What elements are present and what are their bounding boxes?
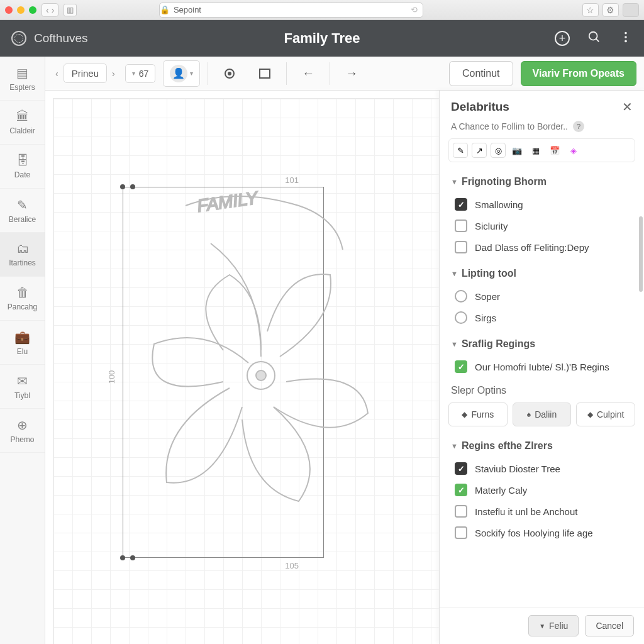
rail-item-espters[interactable]: ▤Espters [0, 57, 45, 101]
section-title: Lipting tool [462, 268, 516, 279]
pencil-tool-icon[interactable]: ✎ [453, 143, 468, 158]
resize-handle[interactable] [120, 555, 125, 560]
app-logo-icon[interactable] [11, 31, 26, 46]
seg-culpint[interactable]: ◆Culpint [576, 402, 635, 426]
rail-label: Elu [17, 347, 28, 356]
svg-line-1 [596, 38, 599, 42]
info-icon[interactable]: ? [573, 121, 584, 132]
checkbox-siclurity[interactable] [455, 219, 467, 232]
breadcrumb-prev[interactable]: ‹ [53, 69, 61, 79]
rail-item-pancahg[interactable]: 🗑Pancahg [0, 277, 45, 321]
traffic-lights [5, 6, 36, 14]
section-toggle-regins[interactable]: ▼Regins efthe Zlrers [451, 440, 633, 452]
checkbox-homofri[interactable] [455, 360, 467, 373]
user-menu[interactable]: 👤▾ [163, 60, 200, 87]
tabs-icon[interactable] [623, 3, 639, 17]
next-arrow[interactable]: → [338, 61, 365, 86]
panel-subtitle: A Chance to Follim to Border.. [451, 121, 568, 131]
checkbox-staviub[interactable] [455, 462, 467, 475]
record-button[interactable] [216, 61, 243, 86]
camera-tool-icon[interactable]: 📷 [509, 143, 525, 158]
person-icon: 👤 [170, 65, 187, 82]
close-icon[interactable]: ✕ [622, 99, 633, 114]
option-label: Sockify fos Hoolying life age [475, 528, 593, 538]
svg-text:FAMILY: FAMILY [196, 187, 260, 215]
divider [208, 62, 208, 85]
layers-icon: 🗂 [16, 242, 29, 256]
segment-control: ◆Furns ♠Daliin ◆Culpint [440, 402, 644, 435]
rail-item-claldeir[interactable]: 🏛Claldeir [0, 101, 45, 145]
option-label: Insteflu it unl be Anchout [475, 506, 577, 517]
reload-icon[interactable]: ⟲ [411, 5, 418, 14]
breadcrumb-select[interactable]: Prineu [64, 64, 107, 83]
prev-arrow[interactable]: ← [294, 61, 322, 86]
pen-icon: ✎ [17, 197, 28, 213]
cancel-button[interactable]: Cancel [585, 615, 634, 636]
stack-tool-icon[interactable]: ▦ [528, 143, 543, 158]
rail-label: Espters [9, 83, 35, 92]
svg-point-2 [625, 31, 627, 34]
diamond-icon: ◆ [587, 410, 593, 419]
rail-label: Date [14, 170, 30, 179]
arrow-tool-icon[interactable]: ↗ [472, 143, 487, 158]
option-label: Materly Caly [475, 485, 527, 496]
primary-action-button[interactable]: Viariv From Opeats [521, 61, 636, 86]
rail-item-itartines[interactable]: 🗂Itartines [0, 233, 45, 277]
resize-handle[interactable] [120, 184, 125, 189]
artboard-selection[interactable]: 101 100 105 FAMILY [123, 187, 324, 558]
checkbox-smallowing[interactable] [455, 198, 467, 211]
settings-icon[interactable]: ⚙ [602, 3, 619, 17]
window-zoom[interactable] [29, 6, 36, 14]
tool-palette: ✎ ↗ ◎ 📷 ▦ 📅 ◈ [448, 138, 635, 162]
search-icon[interactable] [587, 30, 601, 47]
svg-point-7 [256, 370, 266, 380]
calendar-tool-icon[interactable]: 📅 [547, 143, 562, 158]
rail-item-elu[interactable]: 💼Elu [0, 321, 45, 365]
checkbox-sockify[interactable] [455, 526, 467, 539]
rail-item-phemo[interactable]: ⊕Phemo [0, 409, 45, 453]
divider [330, 62, 330, 85]
trash-icon: 🗑 [16, 286, 29, 300]
properties-panel: Delabritus ✕ A Chance to Follim to Borde… [439, 91, 644, 644]
seg-daliin[interactable]: ♠Daliin [513, 402, 572, 426]
address-bar[interactable]: 🔒 Sepoint ⟲ [159, 3, 423, 18]
number-field[interactable]: ▾67 [125, 64, 156, 83]
checkbox-materly[interactable] [455, 484, 467, 496]
artwork-flower: FAMILY [148, 180, 374, 570]
caret-down-icon: ▼ [451, 178, 458, 186]
target-tool-icon[interactable]: ◎ [491, 143, 506, 158]
rail-label: Pancahg [8, 303, 37, 311]
add-button[interactable]: + [555, 31, 570, 46]
section-toggle-lipting[interactable]: ▼Lipting tool [451, 268, 633, 279]
svg-point-3 [625, 36, 627, 38]
apply-dropdown[interactable]: ▼Feliu [528, 615, 579, 636]
window-minimize[interactable] [17, 6, 25, 14]
rail-item-tiybl[interactable]: ✉Tiybl [0, 365, 45, 409]
rail-item-date[interactable]: 🗄Date [0, 145, 45, 189]
tag-tool-icon[interactable]: ◈ [566, 143, 581, 158]
diamond-icon: ◆ [462, 410, 467, 419]
section-title: Regins efthe Zlrers [462, 440, 553, 452]
section-toggle-frignoting[interactable]: ▼Frignoting Bhorm [451, 176, 633, 187]
breadcrumb-next[interactable]: › [109, 69, 118, 79]
sidebar-toggle[interactable]: ▥ [64, 4, 77, 16]
svg-point-0 [589, 31, 597, 40]
resize-handle[interactable] [130, 555, 135, 560]
nav-back-forward[interactable]: ‹ › [42, 3, 58, 17]
seg-furns[interactable]: ◆Furns [448, 402, 508, 426]
scrollbar-thumb[interactable] [639, 216, 643, 292]
canvas[interactable]: 101 100 105 FAMILY [53, 98, 439, 644]
bookmark-icon[interactable]: ☆ [582, 3, 599, 17]
resize-handle[interactable] [130, 184, 135, 189]
page-title: Family Tree [284, 30, 360, 47]
window-close[interactable] [5, 6, 13, 14]
checkbox-dad-dlass[interactable] [455, 241, 467, 253]
section-toggle-sraflig[interactable]: ▼Sraflig Regings [451, 338, 633, 350]
continue-button[interactable]: Continut [449, 61, 513, 86]
image-button[interactable] [251, 61, 279, 86]
radio-soper[interactable] [455, 290, 467, 303]
more-menu-icon[interactable] [619, 30, 633, 47]
rail-item-beralice[interactable]: ✎Beralice [0, 189, 45, 233]
radio-sirgs[interactable] [455, 311, 467, 324]
checkbox-insteflu[interactable] [455, 505, 467, 518]
